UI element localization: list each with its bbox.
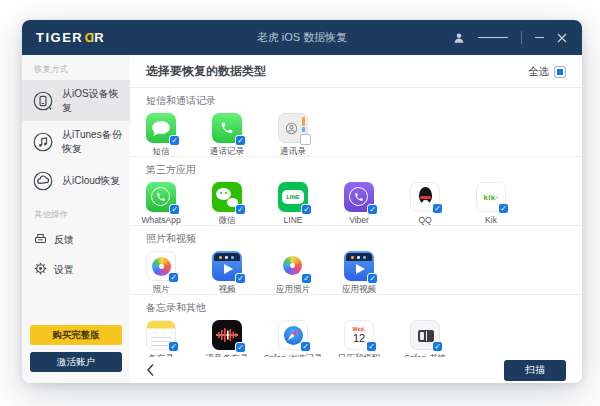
scan-button[interactable]: 扫描 (504, 360, 566, 381)
data-type-item[interactable]: 应用视频 (344, 251, 410, 294)
item-label: 照片 (130, 285, 194, 294)
section-grid: 短信通话记录通讯录 (146, 113, 566, 156)
menu-icon[interactable] (478, 35, 508, 40)
item-label: 备忘录 (130, 354, 194, 357)
item-label: 微信 (194, 216, 260, 225)
select-all-label: 全选 (528, 65, 549, 79)
app-photos-icon (278, 251, 308, 281)
safari-bookmarks-icon (410, 320, 440, 350)
logo-d: D (83, 30, 94, 45)
unchecked-checkbox[interactable] (300, 134, 311, 145)
item-label: 通讯录 (260, 147, 326, 156)
checked-checkbox[interactable] (235, 204, 246, 215)
checked-checkbox[interactable] (367, 204, 378, 215)
section-label: 第三方应用 (146, 164, 566, 175)
main-header: 选择要恢复的数据类型 全选 (130, 55, 582, 88)
photos-icon (146, 251, 176, 281)
feedback-icon (34, 231, 47, 249)
section-photos-videos: 照片和视频 照片视频应用照片应用视频 (130, 226, 582, 295)
section-third-party-apps: 第三方应用 WhatsApp微信LINELINEViberQQkik·Kik (130, 157, 582, 226)
buy-full-version-button[interactable]: 购买完整版 (30, 325, 122, 345)
select-all-control[interactable]: 全选 (528, 65, 566, 79)
titlebar: TIGERDR 老虎 iOS 数据恢复 (22, 20, 582, 55)
checked-checkbox[interactable] (498, 203, 509, 214)
sidebar-item-itunes-backup[interactable]: 从iTunes备份恢复 (22, 121, 130, 162)
app-videos-icon (344, 251, 374, 281)
checked-checkbox[interactable] (235, 273, 246, 284)
section-label: 备忘录和其他 (146, 302, 566, 313)
checked-checkbox[interactable] (367, 273, 378, 284)
item-label: 应用照片 (260, 285, 326, 294)
checked-checkbox[interactable] (235, 342, 246, 353)
checked-checkbox[interactable] (432, 203, 443, 214)
data-type-item[interactable]: Safari 书签 (410, 320, 476, 357)
data-type-item[interactable]: Wed.12日历和提醒 (344, 320, 410, 357)
item-label: WhatsApp (130, 216, 194, 225)
window-title: 老虎 iOS 数据恢复 (257, 30, 347, 45)
qq-icon (410, 182, 440, 212)
section-grid: 照片视频应用照片应用视频 (146, 251, 566, 294)
user-account-icon[interactable] (453, 32, 465, 44)
sidebar-item-label: 从iCloud恢复 (62, 174, 120, 188)
data-type-item[interactable]: kik·Kik (476, 182, 542, 225)
item-label: 通话记录 (194, 147, 260, 156)
ios-device-recover-icon (31, 89, 55, 113)
item-label: 短信 (130, 147, 194, 156)
checked-checkbox[interactable] (366, 341, 377, 352)
data-type-item[interactable]: 语音备忘录 (212, 320, 278, 357)
viber-icon (344, 182, 374, 212)
logo-text: TIGER (36, 30, 83, 45)
main-footer: 扫描 (130, 357, 582, 383)
checked-checkbox[interactable] (301, 273, 312, 284)
wechat-icon (212, 182, 242, 212)
checked-checkbox[interactable] (432, 341, 443, 352)
logo-text-2: R (94, 30, 105, 45)
sidebar-item-ios-device[interactable]: 从iOS设备恢复 (22, 80, 130, 121)
section-grid: WhatsApp微信LINELINEViberQQkik·Kik (146, 182, 566, 225)
notes-icon (146, 320, 176, 350)
voice-memos-icon (212, 320, 242, 350)
item-label: 语音备忘录 (194, 354, 260, 357)
sidebar-group-other: 其他操作 (22, 200, 130, 225)
checked-checkbox[interactable] (168, 272, 179, 283)
section-grid: 备忘录语音备忘录Safari 浏览记录Wed.12日历和提醒Safari 书签 (146, 320, 566, 357)
contacts-icon (278, 113, 308, 143)
item-label: Safari 浏览记录 (260, 354, 326, 357)
call-history-icon (212, 113, 242, 143)
section-label: 短信和通话记录 (146, 95, 566, 106)
checked-checkbox[interactable] (300, 341, 311, 352)
item-label: 应用视频 (326, 285, 392, 294)
item-label: 视频 (194, 285, 260, 294)
checked-checkbox[interactable] (169, 135, 180, 146)
close-icon[interactable] (557, 33, 567, 43)
checked-checkbox[interactable] (168, 341, 179, 352)
line-icon: LINE (278, 182, 308, 212)
item-label: Safari 书签 (392, 354, 458, 357)
sidebar-item-feedback[interactable]: 反馈 (22, 225, 130, 255)
checked-checkbox[interactable] (235, 135, 246, 146)
sidebar-item-icloud[interactable]: 从iCloud恢复 (22, 162, 130, 200)
videos-icon (212, 251, 242, 281)
data-type-item[interactable]: Safari 浏览记录 (278, 320, 344, 357)
calendar-reminders-icon: Wed.12 (344, 320, 374, 350)
safari-history-icon (278, 320, 308, 350)
section-label: 照片和视频 (146, 233, 566, 244)
minimize-icon[interactable] (535, 37, 544, 39)
messages-icon (146, 113, 176, 143)
gear-icon (34, 261, 47, 279)
data-type-item[interactable]: 备忘录 (146, 320, 212, 357)
main-panel: 选择要恢复的数据类型 全选 短信和通话记录 短信通话记录通讯录 第三方应用 Wh… (130, 55, 582, 383)
checked-checkbox[interactable] (301, 204, 312, 215)
checked-checkbox[interactable] (169, 204, 180, 215)
titlebar-separator (521, 31, 522, 44)
data-type-item[interactable]: 通讯录 (278, 113, 344, 156)
back-button[interactable] (146, 363, 155, 377)
item-label: 日历和提醒 (326, 354, 392, 357)
sidebar-item-settings[interactable]: 设置 (22, 255, 130, 285)
activate-account-button[interactable]: 激活账户 (30, 352, 122, 372)
sidebar-item-label: 从iOS设备恢复 (62, 87, 126, 114)
section-notes-others: 备忘录和其他 备忘录语音备忘录Safari 浏览记录Wed.12日历和提醒Saf… (130, 295, 582, 357)
app-window: TIGERDR 老虎 iOS 数据恢复 恢复方式 (22, 20, 582, 383)
select-all-checkbox[interactable] (554, 66, 566, 78)
sidebar-item-label: 从iTunes备份恢复 (62, 128, 126, 155)
